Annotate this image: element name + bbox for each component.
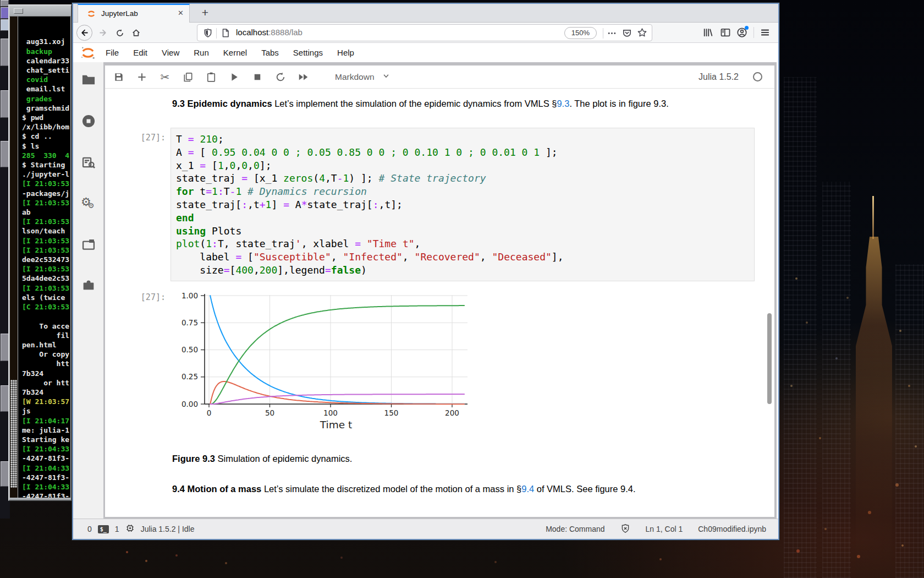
code-cell[interactable]: T = 210;A = [ 0.95 0.04 0 0 ; 0.05 0.85 … — [170, 128, 755, 281]
back-button[interactable] — [76, 25, 92, 41]
terminal-line: [I 21:03:53 — [22, 179, 70, 188]
pocket-icon[interactable] — [622, 28, 632, 40]
copy-cells-icon[interactable] — [182, 71, 194, 83]
terminal-icon[interactable]: $_ — [98, 525, 109, 533]
terminal-window: aug31.xoj backup calendar33 chat_setti c… — [8, 4, 72, 501]
run-all-icon[interactable] — [298, 71, 310, 83]
menu-settings[interactable]: Settings — [286, 48, 330, 57]
terminal-line: -4247-81f3- — [22, 473, 70, 482]
menu-kernel[interactable]: Kernel — [216, 48, 254, 57]
zoom-level-badge[interactable]: 150% — [564, 27, 597, 39]
svg-text:0.25: 0.25 — [182, 372, 198, 381]
terminal-line: chat_setti — [22, 66, 70, 75]
bookmark-star-icon[interactable] — [637, 28, 647, 40]
sidebar-toggle-icon[interactable] — [720, 27, 731, 40]
tracking-shield-icon[interactable] — [203, 28, 213, 40]
new-tab-button[interactable]: + — [197, 6, 213, 21]
paste-cells-icon[interactable] — [205, 71, 217, 83]
url-text[interactable]: localhost:8888/lab — [236, 28, 302, 37]
output-prompt: [27]: — [127, 292, 166, 302]
terminal-line: covid — [22, 75, 70, 84]
terminal-line — [22, 312, 70, 321]
markdown-cell-93[interactable]: 9.3 Epidemic dynamics Let’s implement th… — [172, 99, 669, 109]
kernel-count[interactable]: 1 — [115, 525, 119, 533]
hamburger-menu-icon[interactable] — [760, 27, 771, 40]
terminal-line: email.lst — [22, 84, 70, 94]
cut-cells-icon[interactable]: ✂ — [159, 71, 171, 83]
open-tabs-icon[interactable] — [81, 237, 96, 253]
notebook-scrollbar-thumb[interactable] — [767, 313, 772, 404]
page-actions-icon[interactable] — [607, 29, 617, 40]
forward-button[interactable] — [95, 25, 111, 41]
run-cell-icon[interactable] — [228, 71, 240, 83]
svg-text:0.00: 0.00 — [182, 400, 198, 408]
add-cell-icon[interactable] — [136, 71, 148, 83]
window-edge-segment — [1, 0, 9, 7]
cell-type-dropdown[interactable]: Markdown — [335, 72, 390, 82]
menu-file[interactable]: File — [98, 48, 126, 57]
terminal-line: grades — [22, 94, 70, 103]
menu-view[interactable]: View — [155, 48, 186, 57]
menu-edit[interactable]: Edit — [126, 48, 155, 57]
vmls-link[interactable]: 9.3 — [557, 99, 569, 108]
statusbar-left: 0 $_ 1 Julia 1.5.2 | Idle — [73, 524, 194, 535]
window-edge-segment — [1, 141, 9, 167]
wallpaper-building — [784, 77, 817, 578]
kernel-status-label[interactable]: Julia 1.5.2 | Idle — [141, 525, 195, 533]
terminal-line: -4247-81f3- — [22, 454, 70, 463]
restart-kernel-icon[interactable] — [274, 71, 287, 83]
terminal-line: [W 21:03:57 — [22, 397, 70, 406]
url-bar[interactable]: localhost:8888/lab 150% — [197, 24, 652, 41]
terminal-line: htt — [22, 359, 70, 368]
menu-tabs[interactable]: Tabs — [254, 48, 286, 57]
figure-caption-cell[interactable]: Figure 9.3 Simulation of epidemic dynami… — [172, 454, 352, 464]
terminal-line: Or copy — [22, 350, 70, 359]
terminal-line: 285 330 4 — [22, 151, 70, 160]
terminal-line: $ pwd — [22, 113, 70, 122]
account-notification-dot — [745, 26, 749, 30]
browser-tab[interactable]: JupyterLab ✕ — [78, 4, 190, 23]
chevron-down-icon — [382, 72, 390, 82]
command-palette-icon[interactable] — [81, 155, 96, 170]
notebook-mode-label[interactable]: Mode: Command — [546, 525, 604, 533]
terminal-scrollbar-thumb[interactable] — [10, 380, 17, 488]
md93-heading: 9.3 Epidemic dynamics — [172, 99, 272, 108]
window-edge-icon — [1, 7, 9, 19]
tab-title: JupyterLab — [101, 9, 138, 18]
trust-shield-icon[interactable] — [620, 524, 630, 535]
kernel-chip-icon[interactable] — [125, 524, 135, 535]
svg-text:100: 100 — [323, 408, 338, 417]
plot-xlabel: Time t — [320, 419, 352, 430]
library-icon[interactable] — [702, 27, 713, 40]
terminal-line: lson/teach — [22, 226, 70, 236]
markdown-cell-94[interactable]: 9.4 Motion of a mass Let’s simulate the … — [172, 484, 636, 494]
extension-manager-icon[interactable] — [81, 277, 96, 292]
terminal-scrollbar[interactable] — [10, 17, 18, 498]
wallpaper-building — [895, 264, 924, 578]
kernel-status-indicator[interactable] — [753, 72, 762, 81]
cursor-position-label[interactable]: Ln 1, Col 1 — [646, 525, 683, 533]
save-icon[interactable] — [113, 71, 125, 83]
menu-help[interactable]: Help — [330, 48, 361, 57]
caption-label: Figure 9.3 — [172, 454, 215, 464]
file-browser-icon[interactable] — [81, 72, 96, 88]
window-edge-segment — [1, 461, 9, 487]
desktop-background: aug31.xoj backup calendar33 chat_setti c… — [0, 0, 924, 578]
terminal-count[interactable]: 0 — [87, 525, 92, 533]
code-line: A = [ 0.95 0.04 0 0 ; 0.05 0.85 0 0 ; 0 … — [176, 146, 754, 159]
terminal-menu-button[interactable] — [14, 8, 23, 14]
kernel-name-label[interactable]: Julia 1.5.2 — [698, 72, 739, 82]
menu-run[interactable]: Run — [186, 48, 216, 57]
running-sessions-icon[interactable] — [81, 113, 96, 129]
vmls-link[interactable]: 9.4 — [521, 484, 534, 494]
terminal-line: [I 21:04:33 — [22, 444, 70, 454]
notebook-scroll-area[interactable]: 9.3 Epidemic dynamics Let’s implement th… — [105, 89, 774, 517]
property-inspector-icon[interactable]: ⚙⚙ — [81, 196, 96, 211]
page-info-icon[interactable] — [221, 28, 230, 40]
terminal-titlebar[interactable] — [9, 6, 71, 17]
home-button[interactable] — [128, 25, 144, 41]
svg-text:0: 0 — [207, 408, 212, 417]
tab-close-button[interactable]: ✕ — [178, 9, 184, 17]
stop-kernel-icon[interactable] — [251, 71, 263, 83]
reload-button[interactable] — [112, 25, 128, 41]
